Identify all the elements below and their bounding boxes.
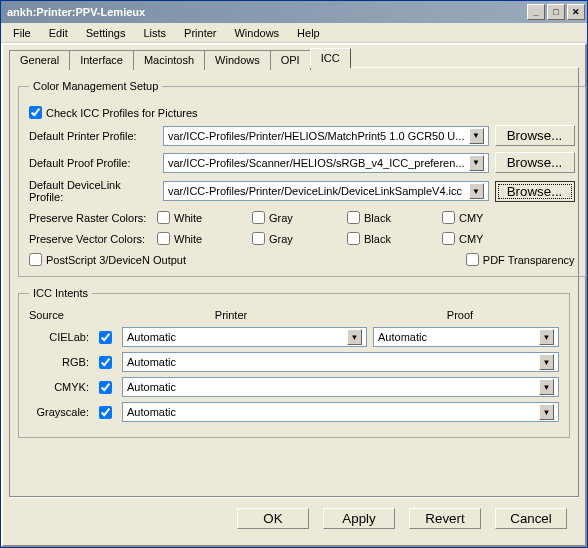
tab-opi[interactable]: OPI xyxy=(270,50,311,70)
menu-file[interactable]: File xyxy=(5,25,39,41)
close-button[interactable]: ✕ xyxy=(567,4,585,20)
vector-black[interactable]: Black xyxy=(347,232,442,245)
intents-head-proof: Proof xyxy=(361,309,559,321)
chevron-down-icon: ▼ xyxy=(347,329,362,345)
group-color-management-legend: Color Management Setup xyxy=(29,80,162,92)
intent-enable-cielab[interactable] xyxy=(99,331,112,344)
preserve-raster-options: White Gray Black CMY xyxy=(157,211,575,224)
intent-enable-cmyk[interactable] xyxy=(99,381,112,394)
preserve-vector-options: White Gray Black CMY xyxy=(157,232,575,245)
intents-head-source: Source xyxy=(29,309,101,321)
chevron-down-icon: ▼ xyxy=(469,155,484,171)
vector-gray[interactable]: Gray xyxy=(252,232,347,245)
maximize-button[interactable]: □ xyxy=(547,4,565,20)
printer-profile-combo[interactable]: var/ICC-Profiles/Printer/HELIOS/MatchPri… xyxy=(163,126,489,146)
menu-edit[interactable]: Edit xyxy=(41,25,76,41)
group-color-management: Color Management Setup Check ICC Profile… xyxy=(18,80,586,277)
tab-interface[interactable]: Interface xyxy=(69,50,134,70)
button-bar: OK Apply Revert Cancel xyxy=(9,497,579,539)
devicelink-profile-value: var/ICC-Profiles/Printer/DeviceLink/Devi… xyxy=(168,185,462,197)
intents-head-printer: Printer xyxy=(101,309,361,321)
intent-row-grayscale: Grayscale: Automatic▼ xyxy=(29,402,559,422)
revert-button[interactable]: Revert xyxy=(409,508,481,529)
intent-printer-cmyk[interactable]: Automatic▼ xyxy=(122,377,559,397)
window-title: ankh:Printer:PPV-Lemieux xyxy=(7,6,145,18)
intent-label-grayscale: Grayscale: xyxy=(29,406,89,418)
window-controls: _ □ ✕ xyxy=(527,4,585,20)
menu-lists[interactable]: Lists xyxy=(135,25,174,41)
menu-printer[interactable]: Printer xyxy=(176,25,224,41)
raster-gray[interactable]: Gray xyxy=(252,211,347,224)
browse-printer-profile-button[interactable]: Browse... xyxy=(495,125,575,146)
preserve-vector-label: Preserve Vector Colors: xyxy=(29,233,157,245)
intent-enable-rgb[interactable] xyxy=(99,356,112,369)
minimize-button[interactable]: _ xyxy=(527,4,545,20)
raster-black[interactable]: Black xyxy=(347,211,442,224)
intent-label-cielab: CIELab: xyxy=(29,331,89,343)
intents-header: Source Printer Proof xyxy=(29,309,559,321)
intent-row-cielab: CIELab: Automatic▼ Automatic▼ xyxy=(29,327,559,347)
check-icc-profiles[interactable]: Check ICC Profiles for Pictures xyxy=(29,106,198,119)
menubar: File Edit Settings Lists Printer Windows… xyxy=(1,23,587,43)
check-icc-profiles-box[interactable] xyxy=(29,106,42,119)
intent-proof-cielab[interactable]: Automatic▼ xyxy=(373,327,559,347)
apply-button[interactable]: Apply xyxy=(323,508,395,529)
proof-profile-label: Default Proof Profile: xyxy=(29,157,157,169)
raster-white[interactable]: White xyxy=(157,211,252,224)
chevron-down-icon: ▼ xyxy=(539,354,554,370)
printer-profile-value: var/ICC-Profiles/Printer/HELIOS/MatchPri… xyxy=(168,130,464,142)
cancel-button[interactable]: Cancel xyxy=(495,508,567,529)
app-window: ankh:Printer:PPV-Lemieux _ □ ✕ File Edit… xyxy=(0,0,588,548)
group-icc-intents-legend: ICC Intents xyxy=(29,287,92,299)
pdf-transparency[interactable]: PDF Transparency xyxy=(466,253,575,266)
intent-row-rgb: RGB: Automatic▼ xyxy=(29,352,559,372)
titlebar: ankh:Printer:PPV-Lemieux _ □ ✕ xyxy=(1,1,587,23)
chevron-down-icon: ▼ xyxy=(469,183,484,199)
menu-settings[interactable]: Settings xyxy=(78,25,134,41)
proof-profile-combo[interactable]: var/ICC-Profiles/Scanner/HELIOS/sRGB_v4_… xyxy=(163,153,489,173)
postscript-devicen[interactable]: PostScript 3/DeviceN Output xyxy=(29,253,186,266)
devicelink-profile-label: Default DeviceLink Profile: xyxy=(29,179,157,203)
tab-windows[interactable]: Windows xyxy=(204,50,271,70)
chevron-down-icon: ▼ xyxy=(469,128,484,144)
intent-row-cmyk: CMYK: Automatic▼ xyxy=(29,377,559,397)
chevron-down-icon: ▼ xyxy=(539,404,554,420)
preserve-raster-label: Preserve Raster Colors: xyxy=(29,212,157,224)
tab-panel-icc: Color Management Setup Check ICC Profile… xyxy=(9,67,579,497)
menu-windows[interactable]: Windows xyxy=(226,25,287,41)
raster-cmy[interactable]: CMY xyxy=(442,211,537,224)
check-icc-profiles-label: Check ICC Profiles for Pictures xyxy=(46,107,198,119)
printer-profile-label: Default Printer Profile: xyxy=(29,130,157,142)
tab-general[interactable]: General xyxy=(9,50,70,70)
intent-printer-grayscale[interactable]: Automatic▼ xyxy=(122,402,559,422)
intent-label-rgb: RGB: xyxy=(29,356,89,368)
devicelink-profile-combo[interactable]: var/ICC-Profiles/Printer/DeviceLink/Devi… xyxy=(163,181,489,201)
browse-devicelink-profile-button[interactable]: Browse... xyxy=(495,181,575,202)
menu-help[interactable]: Help xyxy=(289,25,328,41)
proof-profile-value: var/ICC-Profiles/Scanner/HELIOS/sRGB_v4_… xyxy=(168,157,465,169)
intent-enable-grayscale[interactable] xyxy=(99,406,112,419)
browse-proof-profile-button[interactable]: Browse... xyxy=(495,152,575,173)
tab-icc[interactable]: ICC xyxy=(310,48,351,68)
tabstrip: General Interface Macintosh Windows OPI … xyxy=(9,48,579,68)
intent-printer-cielab[interactable]: Automatic▼ xyxy=(122,327,367,347)
chevron-down-icon: ▼ xyxy=(539,329,554,345)
group-icc-intents: ICC Intents Source Printer Proof CIELab:… xyxy=(18,287,570,438)
chevron-down-icon: ▼ xyxy=(539,379,554,395)
vector-white[interactable]: White xyxy=(157,232,252,245)
tab-macintosh[interactable]: Macintosh xyxy=(133,50,205,70)
intent-label-cmyk: CMYK: xyxy=(29,381,89,393)
client-area: General Interface Macintosh Windows OPI … xyxy=(1,43,587,547)
intent-printer-rgb[interactable]: Automatic▼ xyxy=(122,352,559,372)
ok-button[interactable]: OK xyxy=(237,508,309,529)
vector-cmy[interactable]: CMY xyxy=(442,232,537,245)
